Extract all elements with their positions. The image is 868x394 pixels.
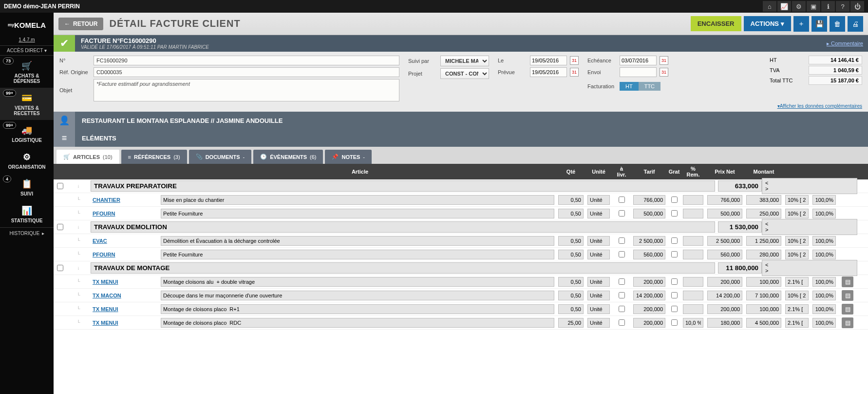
alivr-checkbox[interactable] (619, 306, 625, 312)
qte-input[interactable] (558, 195, 584, 205)
pct-input[interactable] (812, 291, 836, 300)
rem-input[interactable] (683, 291, 703, 300)
prix-net-input[interactable] (707, 250, 742, 259)
alivr-checkbox[interactable] (619, 278, 625, 285)
show-complementary-link[interactable]: ▾Afficher les données complémentaires (54, 102, 868, 112)
article-desc-input[interactable] (161, 304, 554, 314)
montant-input[interactable] (746, 209, 781, 218)
qte-input[interactable] (558, 318, 584, 328)
montant-input[interactable] (746, 236, 781, 246)
help-icon[interactable]: ? (836, 1, 849, 12)
calendar-icon[interactable]: 31 (660, 56, 668, 65)
tarif-input[interactable] (633, 277, 665, 287)
tva-select[interactable] (785, 195, 809, 205)
pct-input[interactable] (812, 236, 836, 246)
print-button[interactable]: 🖨 (848, 16, 863, 32)
prix-net-input[interactable] (707, 318, 742, 328)
article-code-link[interactable]: CHANTIER (93, 197, 120, 203)
article-code-link[interactable]: TX MENUI (93, 279, 118, 285)
tab-articles[interactable]: 🛒ARTICLES (10) (57, 150, 119, 164)
pct-input[interactable] (812, 304, 836, 314)
article-code-link[interactable]: PFOURN (93, 252, 115, 257)
objet-textarea[interactable] (94, 79, 399, 101)
print-option-select[interactable]: <> (762, 219, 857, 235)
montant-input[interactable] (746, 195, 781, 205)
unit-select[interactable] (587, 318, 610, 328)
montant-input[interactable] (746, 318, 781, 328)
logo[interactable]: myKOMELA (0, 13, 54, 37)
montant-input[interactable] (746, 291, 781, 300)
alivr-checkbox[interactable] (619, 251, 625, 257)
alivr-checkbox[interactable] (619, 210, 625, 217)
tab-évènements[interactable]: 🕒ÉVÈNEMENTS (6) (253, 150, 323, 164)
pct-input[interactable] (812, 277, 836, 287)
home-icon[interactable]: ⌂ (763, 1, 776, 12)
tva-select[interactable] (785, 291, 809, 300)
version-label[interactable]: 1.4.7.m (19, 37, 35, 42)
sidebar-item-5[interactable]: 📊STATISTIQUE (0, 200, 54, 227)
actions-button[interactable]: ACTIONS▾ (744, 16, 792, 31)
rem-input[interactable] (683, 318, 703, 328)
chart-icon[interactable]: 📈 (777, 1, 791, 12)
qte-input[interactable] (558, 236, 584, 246)
montant-input[interactable] (746, 304, 781, 314)
sidebar-item-3[interactable]: ⚙ORGANISATION (0, 147, 54, 174)
print-option-select[interactable]: <> (762, 260, 857, 276)
montant-input[interactable] (746, 277, 781, 287)
sidebar-item-0[interactable]: 73🛒ACHATS & DÉPENSES (0, 56, 54, 88)
grat-checkbox[interactable] (671, 319, 678, 326)
power-icon[interactable]: ⏻ (850, 1, 864, 12)
article-desc-input[interactable] (161, 250, 554, 259)
prix-net-input[interactable] (707, 236, 742, 246)
article-desc-input[interactable] (161, 291, 554, 300)
pct-input[interactable] (812, 250, 836, 259)
group-title-input[interactable] (91, 262, 715, 274)
article-code-link[interactable]: PFOURN (93, 211, 115, 217)
save-button[interactable]: 💾 (811, 16, 827, 32)
date-envoi-input[interactable] (620, 67, 657, 77)
article-desc-input[interactable] (161, 277, 554, 287)
prix-net-input[interactable] (707, 209, 742, 218)
article-code-link[interactable]: TX MACON (93, 293, 121, 298)
group-checkbox[interactable] (57, 265, 63, 271)
article-desc-input[interactable] (161, 209, 554, 218)
pct-input[interactable] (812, 318, 836, 328)
ref-origin-input[interactable] (94, 67, 399, 77)
tab-notes[interactable]: 📌NOTES - (325, 150, 372, 164)
rem-input[interactable] (683, 236, 703, 246)
alivr-checkbox[interactable] (619, 319, 625, 326)
tva-select[interactable] (785, 250, 809, 259)
alivr-checkbox[interactable] (619, 292, 625, 298)
grat-checkbox[interactable] (671, 292, 678, 298)
historic-menu[interactable]: HISTORIQUE▸ (0, 227, 54, 239)
alivr-checkbox[interactable] (619, 237, 625, 244)
tab-documents[interactable]: 📎DOCUMENTS - (189, 150, 252, 164)
tarif-input[interactable] (633, 250, 665, 259)
rem-input[interactable] (683, 250, 703, 259)
tarif-input[interactable] (633, 209, 665, 218)
prix-net-input[interactable] (707, 277, 742, 287)
calendar-icon[interactable]: 31 (660, 68, 668, 77)
article-desc-input[interactable] (161, 236, 554, 246)
ttc-toggle[interactable]: TTC (639, 82, 660, 91)
gear-icon[interactable]: ⚙ (792, 1, 806, 12)
date-prevue-input[interactable] (530, 67, 567, 77)
unit-select[interactable] (587, 250, 610, 259)
qte-input[interactable] (558, 291, 584, 300)
video-icon[interactable]: ▣ (807, 1, 820, 12)
tva-select[interactable] (785, 236, 809, 246)
date-le-input[interactable] (530, 56, 567, 65)
unit-select[interactable] (587, 291, 610, 300)
grat-checkbox[interactable] (671, 306, 678, 312)
calendar-icon[interactable]: 31 (570, 56, 579, 65)
rem-input[interactable] (683, 304, 703, 314)
article-code-link[interactable]: TX MENUI (93, 320, 118, 326)
article-code-link[interactable]: TX MENUI (93, 306, 118, 312)
tarif-input[interactable] (633, 236, 665, 246)
unit-select[interactable] (587, 304, 610, 314)
article-desc-input[interactable] (161, 318, 554, 328)
direct-access-menu[interactable]: ACCÈS DIRECT ▾ (0, 45, 54, 56)
grat-checkbox[interactable] (671, 251, 678, 257)
group-amount[interactable] (718, 262, 762, 274)
projet-select[interactable]: CONST - CONSTR (440, 68, 489, 79)
